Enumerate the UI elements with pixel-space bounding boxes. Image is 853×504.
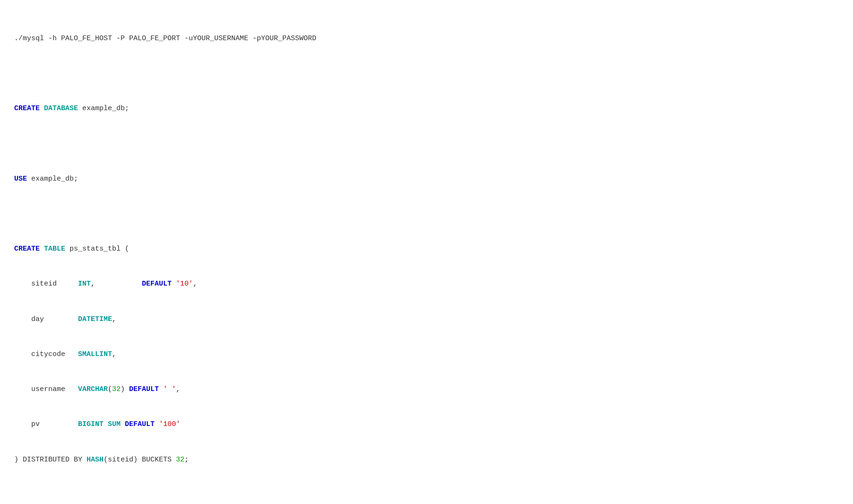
kw-bigint: BIGINT	[78, 420, 104, 428]
code-display: ./mysql -h PALO_FE_HOST -P PALO_FE_PORT …	[14, 9, 839, 504]
space5b	[121, 420, 125, 428]
kw-use: USE	[14, 175, 27, 183]
line-col-username: username VARCHAR(32) DEFAULT ' ',	[14, 384, 839, 396]
kw-default-4: DEFAULT	[129, 385, 159, 393]
space5c	[155, 420, 159, 428]
kw-varchar: VARCHAR	[78, 385, 108, 393]
mysql-command: ./mysql -h PALO_FE_HOST -P PALO_FE_PORT …	[14, 35, 316, 43]
val-100: '100'	[159, 420, 180, 428]
dist-line: ) DISTRIBUTED BY	[14, 456, 87, 464]
kw-database: DATABASE	[44, 104, 78, 113]
line-use: USE example_db;	[14, 174, 839, 185]
col-siteid-name: siteid	[14, 280, 78, 288]
col-citycode-name: citycode	[14, 350, 78, 358]
line-distributed: ) DISTRIBUTED BY HASH(siteid) BUCKETS 32…	[14, 454, 839, 466]
comma2: ,	[112, 315, 116, 323]
kw-default-1: DEFAULT	[142, 280, 172, 288]
kw-sum: SUM	[108, 420, 121, 428]
kw-default-5: DEFAULT	[125, 420, 155, 428]
kw-create-2: CREATE	[14, 245, 40, 253]
kw-table: TABLE	[44, 245, 65, 253]
create-db-rest: example_db;	[78, 104, 129, 113]
line-create-table: CREATE TABLE ps_stats_tbl (	[14, 243, 839, 255]
val-10: '10'	[176, 280, 193, 288]
varchar-size: 32	[112, 385, 121, 393]
line-empty-1	[14, 68, 839, 80]
col-day-name: day	[14, 315, 78, 323]
comma1: ,	[193, 280, 197, 288]
col-siteid-spaces: ,	[91, 280, 142, 288]
kw-smallint: SMALLINT	[78, 350, 112, 358]
line-col-citycode: citycode SMALLINT,	[14, 349, 839, 361]
dist-num: 32	[176, 456, 184, 464]
space1	[172, 280, 176, 288]
comma4: ,	[176, 385, 180, 393]
line-col-siteid: siteid INT, DEFAULT '10',	[14, 278, 839, 290]
val-empty: ' '	[163, 385, 176, 393]
line-col-day: day DATETIME,	[14, 314, 839, 326]
space5a	[104, 420, 108, 428]
line-empty-4	[14, 489, 839, 501]
line-col-pv: pv BIGINT SUM DEFAULT '100'	[14, 419, 839, 431]
col-username-name: username	[14, 385, 78, 393]
kw-int: INT	[78, 280, 91, 288]
paren-close: )	[121, 385, 129, 393]
kw-hash: HASH	[87, 456, 104, 464]
kw-create-1: CREATE	[14, 104, 40, 113]
line-empty-2	[14, 138, 839, 150]
use-rest: example_db;	[27, 175, 78, 183]
dist-paren: (siteid) BUCKETS	[104, 456, 176, 464]
col-pv-name: pv	[14, 420, 78, 428]
dist-semi: ;	[184, 456, 189, 464]
line-mysql: ./mysql -h PALO_FE_HOST -P PALO_FE_PORT …	[14, 33, 839, 45]
line-create-db: CREATE DATABASE example_db;	[14, 103, 839, 115]
kw-datetime: DATETIME	[78, 315, 112, 323]
paren-open: (	[108, 385, 112, 393]
space4	[159, 385, 163, 393]
comma3: ,	[112, 350, 116, 358]
line-empty-3	[14, 209, 839, 220]
create-table-rest: ps_stats_tbl (	[65, 245, 129, 253]
